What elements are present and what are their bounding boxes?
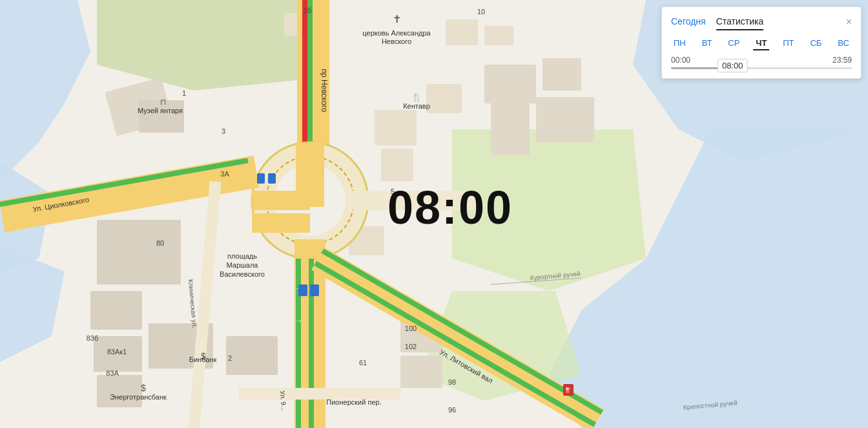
svg-rect-40 [252, 191, 310, 210]
svg-text:$: $ [141, 383, 146, 393]
svg-text:5: 5 [391, 187, 395, 195]
weekday-fri[interactable]: ПТ [780, 37, 796, 50]
weekday-mon[interactable]: ПН [671, 37, 688, 50]
svg-rect-42 [252, 213, 310, 233]
svg-rect-53 [298, 284, 307, 296]
time-range-row: 00:00 23:59 [671, 56, 852, 65]
svg-text:✝: ✝ [393, 14, 401, 25]
svg-text:Бинбанк: Бинбанк [189, 356, 217, 363]
svg-rect-4 [426, 84, 462, 113]
svg-text:площадь: площадь [227, 252, 257, 260]
svg-rect-24 [307, 0, 313, 142]
stats-panel: Сегодня Статистика × ПН ВТ СР ЧТ ПТ СБ В… [661, 6, 862, 79]
svg-rect-11 [491, 103, 530, 155]
current-time-bubble: 08:00 [718, 59, 748, 72]
svg-text:2: 2 [228, 354, 232, 362]
time-end-label: 23:59 [832, 56, 852, 65]
panel-tabs: Сегодня Статистика × [671, 14, 852, 30]
svg-text:61: 61 [359, 359, 367, 367]
svg-rect-18 [97, 375, 142, 407]
svg-rect-3 [484, 26, 513, 45]
weekday-wed[interactable]: СР [725, 37, 742, 50]
svg-text:⛽: ⛽ [564, 386, 573, 394]
tab-stats[interactable]: Статистика [716, 14, 764, 30]
weekday-thu[interactable]: ЧТ [753, 37, 769, 50]
svg-rect-9 [542, 58, 581, 91]
svg-rect-52 [268, 173, 276, 184]
svg-text:Пионерский пер.: Пионерский пер. [326, 398, 381, 406]
svg-text:98: 98 [448, 378, 456, 386]
time-slider-container[interactable]: 08:00 [671, 67, 852, 69]
svg-text:Кентавр: Кентавр [403, 102, 430, 110]
weekday-sun[interactable]: ВС [835, 37, 852, 50]
svg-text:Невского: Невского [382, 37, 411, 45]
svg-text:⊓: ⊓ [160, 98, 166, 107]
svg-rect-54 [310, 284, 319, 296]
svg-text:83Ак1: 83Ак1 [107, 348, 127, 356]
svg-rect-13 [400, 356, 442, 388]
svg-text:Музей янтаря: Музей янтаря [138, 107, 183, 114]
close-button[interactable]: × [846, 17, 852, 27]
svg-text:100: 100 [405, 325, 417, 332]
svg-rect-6 [381, 149, 413, 181]
svg-text:80: 80 [156, 239, 164, 247]
svg-text:Василевского: Василевского [220, 270, 265, 278]
svg-text:10: 10 [477, 8, 485, 16]
slider-thumb: 08:00 [718, 59, 748, 72]
weekdays-row: ПН ВТ СР ЧТ ПТ СБ ВС [671, 37, 852, 50]
svg-rect-2 [446, 19, 478, 45]
svg-text:пр Невского: пр Невского [320, 69, 329, 112]
svg-rect-51 [257, 173, 265, 184]
svg-text:83б: 83б [87, 334, 99, 342]
svg-text:1: 1 [182, 89, 186, 97]
svg-rect-8 [484, 65, 536, 103]
svg-rect-23 [302, 0, 307, 142]
svg-rect-5 [375, 110, 417, 145]
weekday-tue[interactable]: ВТ [699, 37, 715, 50]
svg-text:96: 96 [448, 406, 456, 414]
svg-text:1б: 1б [304, 6, 311, 14]
svg-text:102: 102 [405, 343, 417, 350]
map-container: → → → ✝ ⊓ 🍴 $ $ ⛽ пр Невского Ул. Циолко… [0, 0, 868, 428]
svg-rect-41 [349, 191, 478, 210]
svg-text:церковь Александра: церковь Александра [362, 29, 431, 37]
svg-text:83А: 83А [106, 369, 119, 377]
svg-text:Маршала: Маршала [226, 261, 258, 269]
svg-text:→: → [295, 316, 303, 325]
slider-track [671, 67, 852, 69]
svg-text:3А: 3А [220, 170, 229, 178]
svg-text:3: 3 [222, 127, 225, 135]
svg-text:🍴: 🍴 [411, 92, 422, 103]
svg-rect-16 [90, 291, 142, 330]
tab-today[interactable]: Сегодня [671, 14, 706, 30]
svg-rect-10 [536, 97, 594, 142]
time-start-label: 00:00 [671, 56, 690, 65]
svg-rect-15 [97, 220, 181, 284]
svg-text:Энерготрансбанк: Энерготрансбанк [110, 393, 167, 401]
svg-rect-20 [226, 336, 278, 375]
weekday-sat[interactable]: СБ [807, 37, 824, 50]
